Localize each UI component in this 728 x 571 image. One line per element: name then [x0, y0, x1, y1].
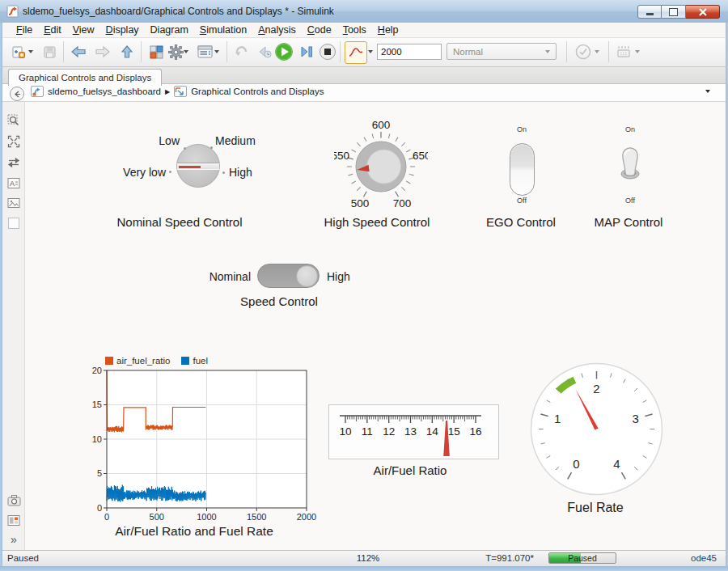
gauge-label: 1 [554, 412, 561, 425]
step-back-button[interactable] [254, 41, 275, 62]
model-settings-dropdown[interactable] [181, 41, 191, 62]
window-frame [0, 23, 2, 571]
save-icon [43, 45, 57, 59]
tab-graphical-controls[interactable]: Graphical Controls and Displays [8, 69, 162, 86]
knob-tick [348, 174, 353, 176]
simulation-mode-select[interactable]: Normal [447, 43, 557, 60]
up-to-parent-button[interactable] [116, 41, 138, 62]
map-toggle-switch[interactable] [616, 139, 644, 181]
build-dropdown[interactable] [633, 41, 642, 62]
y-tick-label: 5 [97, 468, 102, 478]
annotation-button[interactable]: A [6, 176, 21, 190]
build-icon [616, 45, 631, 58]
restore-icon [669, 8, 678, 16]
minimize-button[interactable] [637, 5, 662, 19]
nominal-label-high: High [229, 166, 252, 179]
menu-item-edit[interactable]: Edit [38, 23, 67, 36]
close-button[interactable] [686, 5, 720, 19]
menu-item-code[interactable]: Code [302, 23, 337, 36]
forward-button[interactable] [92, 41, 113, 62]
breadcrumb-dropdown[interactable] [705, 90, 710, 93]
check-circle-icon [575, 44, 591, 60]
status-solver[interactable]: ode45 [676, 553, 717, 563]
ego-caption: EGO Control [460, 215, 582, 229]
ruler-label: 14 [426, 425, 439, 438]
fit-to-view-button[interactable] [6, 134, 21, 149]
knob-tick-label: 550 [334, 150, 349, 162]
knob-tick [352, 181, 356, 184]
data-inspector-button[interactable] [345, 41, 367, 64]
circular-gauge-caption: Fuel Rate [535, 501, 656, 515]
new-model-dropdown[interactable] [26, 41, 36, 62]
speed-caption: Speed Control [218, 294, 340, 308]
simulink-app-icon [6, 5, 19, 18]
menu-item-help[interactable]: Help [372, 23, 404, 36]
menu-item-analysis[interactable]: Analysis [252, 23, 302, 36]
knob-tick [364, 192, 367, 197]
save-button[interactable] [39, 41, 60, 62]
image-button[interactable] [6, 196, 21, 210]
annotation-icon: A [7, 177, 20, 189]
run-button[interactable] [273, 41, 294, 62]
menu-item-file[interactable]: File [11, 23, 38, 36]
hide-explorer-bar-button[interactable] [10, 87, 24, 101]
y-tick-label: 15 [92, 400, 102, 409]
speed-slider-thumb[interactable] [296, 265, 318, 287]
library-browser-button[interactable] [146, 41, 167, 62]
close-icon [699, 8, 707, 16]
stop-button[interactable] [317, 41, 338, 62]
nominal-knob-pointer [179, 166, 201, 168]
back-button[interactable] [68, 41, 89, 62]
x-tick-label: 2000 [297, 512, 316, 520]
build-button[interactable] [613, 41, 634, 62]
menu-item-diagram[interactable]: Diagram [145, 23, 194, 36]
menu-item-view[interactable]: View [67, 23, 100, 36]
y-tick-label: 10 [92, 434, 102, 444]
ego-off-label: Off [506, 197, 538, 205]
stop-icon [319, 43, 336, 61]
expand-palette-button[interactable]: » [6, 532, 21, 547]
breadcrumb-item-subsystem[interactable]: Graphical Controls and Displays [191, 87, 324, 96]
chart-caption: Air/Fuel Ratio and Fuel Rate [89, 524, 299, 539]
high-speed-knob[interactable]: 500550600650700 [334, 120, 428, 214]
menu-item-display[interactable]: Display [100, 23, 145, 36]
model-advisor-dropdown[interactable] [592, 41, 602, 62]
stop-time-input[interactable] [377, 44, 442, 60]
breadcrumb: sldemo_fuelsys_dashboard ▶ Graphical Con… [31, 86, 324, 97]
camera-icon [7, 494, 21, 506]
menu-item-tools[interactable]: Tools [337, 23, 372, 36]
new-model-icon [11, 44, 26, 59]
nominal-label-low: Low [152, 134, 180, 147]
image-icon [7, 197, 20, 209]
interface-view-button[interactable] [6, 155, 21, 170]
simulation-mode-value: Normal [453, 47, 483, 57]
knob-cap[interactable] [367, 150, 401, 184]
zoom-region-button[interactable] [6, 113, 21, 128]
step-forward-button[interactable] [296, 41, 317, 62]
model-advisor-button[interactable] [573, 41, 594, 62]
data-inspector-dropdown[interactable] [366, 41, 375, 62]
back-icon [70, 44, 87, 59]
x-tick-label: 1000 [197, 512, 216, 520]
knob-tick-label: 650 [413, 150, 428, 162]
fast-restart-button[interactable] [231, 41, 252, 62]
sim-progress-label: Paused [549, 553, 616, 563]
screenshot-button[interactable] [6, 493, 21, 507]
status-zoom: 112% [344, 553, 392, 563]
map-caption: MAP Control [568, 215, 689, 229]
area-box-button[interactable] [6, 216, 21, 231]
speed-slider-switch[interactable] [257, 264, 320, 288]
model-browser-button[interactable] [6, 513, 21, 527]
config-list-dropdown[interactable] [212, 41, 222, 62]
ego-rocker-switch[interactable] [510, 143, 535, 196]
box-icon [7, 217, 20, 230]
step-forward-icon [298, 44, 315, 59]
breadcrumb-item-model[interactable]: sldemo_fuelsys_dashboard [48, 87, 161, 96]
knob-tick [406, 150, 410, 152]
menubar: FileEditViewDisplayDiagramSimulationAnal… [2, 23, 726, 38]
knob-tick [364, 137, 366, 142]
menu-item-simulation[interactable]: Simulation [194, 23, 252, 36]
restore-button[interactable] [662, 5, 686, 19]
scope-chart: 050010001500200005101520 [89, 354, 324, 520]
knob-tick [406, 181, 410, 184]
